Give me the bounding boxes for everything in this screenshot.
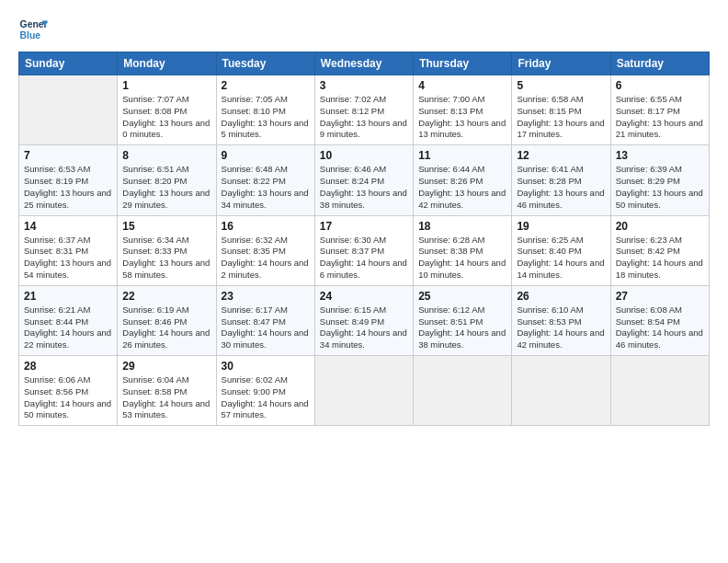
cell-details: Sunrise: 6:39 AMSunset: 8:29 PMDaylight:… [616,164,704,211]
cell-details: Sunrise: 6:23 AMSunset: 8:42 PMDaylight:… [616,235,704,282]
day-number: 13 [616,149,704,162]
day-number: 17 [320,220,408,233]
day-number: 15 [122,220,210,233]
day-number: 27 [616,290,704,303]
weekday-header-sunday: Sunday [19,52,118,75]
cell-details: Sunrise: 6:10 AMSunset: 8:53 PMDaylight:… [517,304,605,351]
day-number: 24 [320,290,408,303]
week-row-3: 14Sunrise: 6:37 AMSunset: 8:31 PMDayligh… [19,215,710,285]
cell-details: Sunrise: 7:05 AMSunset: 8:10 PMDaylight:… [222,94,310,141]
cell-details: Sunrise: 6:55 AMSunset: 8:17 PMDaylight:… [616,94,704,141]
day-number: 25 [418,290,506,303]
cell-details: Sunrise: 6:02 AMSunset: 9:00 PMDaylight:… [222,374,310,421]
calendar-cell: 3Sunrise: 7:02 AMSunset: 8:12 PMDaylight… [314,75,413,145]
cell-details: Sunrise: 6:51 AMSunset: 8:20 PMDaylight:… [122,164,210,211]
day-number: 4 [418,79,506,92]
cell-details: Sunrise: 6:21 AMSunset: 8:44 PMDaylight:… [24,304,112,351]
cell-details: Sunrise: 6:25 AMSunset: 8:40 PMDaylight:… [517,235,605,282]
calendar-cell: 4Sunrise: 7:00 AMSunset: 8:13 PMDaylight… [414,75,512,145]
cell-details: Sunrise: 6:46 AMSunset: 8:24 PMDaylight:… [320,164,408,211]
logo-icon: General Blue [18,15,48,44]
calendar-cell: 17Sunrise: 6:30 AMSunset: 8:37 PMDayligh… [314,215,413,285]
cell-details: Sunrise: 6:53 AMSunset: 8:19 PMDaylight:… [24,164,112,211]
calendar-cell: 21Sunrise: 6:21 AMSunset: 8:44 PMDayligh… [19,285,118,355]
calendar-cell: 8Sunrise: 6:51 AMSunset: 8:20 PMDaylight… [118,145,216,215]
calendar-cell: 19Sunrise: 6:25 AMSunset: 8:40 PMDayligh… [512,215,610,285]
day-number: 7 [24,149,112,162]
day-number: 29 [122,360,210,373]
day-number: 18 [418,220,506,233]
cell-details: Sunrise: 6:28 AMSunset: 8:38 PMDaylight:… [418,235,506,282]
day-number: 22 [122,290,210,303]
calendar-cell [414,356,512,426]
day-number: 20 [616,220,704,233]
calendar-cell: 22Sunrise: 6:19 AMSunset: 8:46 PMDayligh… [118,285,216,355]
day-number: 23 [222,290,310,303]
cell-details: Sunrise: 6:32 AMSunset: 8:35 PMDaylight:… [222,235,310,282]
day-number: 14 [24,220,112,233]
calendar-cell: 1Sunrise: 7:07 AMSunset: 8:08 PMDaylight… [118,75,216,145]
calendar-cell: 25Sunrise: 6:12 AMSunset: 8:51 PMDayligh… [414,285,512,355]
weekday-header-row: SundayMondayTuesdayWednesdayThursdayFrid… [19,52,710,75]
calendar-cell: 27Sunrise: 6:08 AMSunset: 8:54 PMDayligh… [610,285,709,355]
calendar-cell: 26Sunrise: 6:10 AMSunset: 8:53 PMDayligh… [512,285,610,355]
cell-details: Sunrise: 6:37 AMSunset: 8:31 PMDaylight:… [24,235,112,282]
day-number: 6 [616,79,704,92]
calendar-cell [610,356,709,426]
cell-details: Sunrise: 6:15 AMSunset: 8:49 PMDaylight:… [320,304,408,351]
cell-details: Sunrise: 7:02 AMSunset: 8:12 PMDaylight:… [320,94,408,141]
calendar-cell: 24Sunrise: 6:15 AMSunset: 8:49 PMDayligh… [314,285,413,355]
calendar-cell: 30Sunrise: 6:02 AMSunset: 9:00 PMDayligh… [216,356,314,426]
day-number: 10 [320,149,408,162]
calendar-cell: 5Sunrise: 6:58 AMSunset: 8:15 PMDaylight… [512,75,610,145]
day-number: 5 [517,79,605,92]
calendar-cell: 23Sunrise: 6:17 AMSunset: 8:47 PMDayligh… [216,285,314,355]
calendar-cell: 11Sunrise: 6:44 AMSunset: 8:26 PMDayligh… [414,145,512,215]
day-number: 3 [320,79,408,92]
calendar-cell [19,75,118,145]
day-number: 11 [418,149,506,162]
calendar-cell: 7Sunrise: 6:53 AMSunset: 8:19 PMDaylight… [19,145,118,215]
calendar-cell: 18Sunrise: 6:28 AMSunset: 8:38 PMDayligh… [414,215,512,285]
cell-details: Sunrise: 6:04 AMSunset: 8:58 PMDaylight:… [122,374,210,421]
header: General Blue [18,15,710,44]
calendar-cell: 9Sunrise: 6:48 AMSunset: 8:22 PMDaylight… [216,145,314,215]
calendar-cell: 13Sunrise: 6:39 AMSunset: 8:29 PMDayligh… [610,145,709,215]
day-number: 26 [517,290,605,303]
calendar-cell: 28Sunrise: 6:06 AMSunset: 8:56 PMDayligh… [19,356,118,426]
calendar-cell: 12Sunrise: 6:41 AMSunset: 8:28 PMDayligh… [512,145,610,215]
day-number: 21 [24,290,112,303]
day-number: 8 [122,149,210,162]
cell-details: Sunrise: 6:34 AMSunset: 8:33 PMDaylight:… [122,235,210,282]
week-row-2: 7Sunrise: 6:53 AMSunset: 8:19 PMDaylight… [19,145,710,215]
logo: General Blue [18,15,48,44]
week-row-5: 28Sunrise: 6:06 AMSunset: 8:56 PMDayligh… [19,356,710,426]
day-number: 2 [222,79,310,92]
calendar-cell: 2Sunrise: 7:05 AMSunset: 8:10 PMDaylight… [216,75,314,145]
week-row-4: 21Sunrise: 6:21 AMSunset: 8:44 PMDayligh… [19,285,710,355]
page-container: General Blue SundayMondayTuesdayWednesda… [0,0,728,435]
cell-details: Sunrise: 7:07 AMSunset: 8:08 PMDaylight:… [122,94,210,141]
calendar-cell: 10Sunrise: 6:46 AMSunset: 8:24 PMDayligh… [314,145,413,215]
cell-details: Sunrise: 6:19 AMSunset: 8:46 PMDaylight:… [122,304,210,351]
cell-details: Sunrise: 6:44 AMSunset: 8:26 PMDaylight:… [418,164,506,211]
cell-details: Sunrise: 7:00 AMSunset: 8:13 PMDaylight:… [418,94,506,141]
calendar-cell: 14Sunrise: 6:37 AMSunset: 8:31 PMDayligh… [19,215,118,285]
day-number: 30 [222,360,310,373]
svg-text:Blue: Blue [20,30,41,40]
weekday-header-friday: Friday [512,52,610,75]
cell-details: Sunrise: 6:30 AMSunset: 8:37 PMDaylight:… [320,235,408,282]
weekday-header-thursday: Thursday [414,52,512,75]
calendar-cell: 16Sunrise: 6:32 AMSunset: 8:35 PMDayligh… [216,215,314,285]
weekday-header-wednesday: Wednesday [314,52,413,75]
cell-details: Sunrise: 6:41 AMSunset: 8:28 PMDaylight:… [517,164,605,211]
day-number: 19 [517,220,605,233]
weekday-header-monday: Monday [118,52,216,75]
cell-details: Sunrise: 6:06 AMSunset: 8:56 PMDaylight:… [24,374,112,421]
day-number: 16 [222,220,310,233]
calendar-cell: 15Sunrise: 6:34 AMSunset: 8:33 PMDayligh… [118,215,216,285]
day-number: 9 [222,149,310,162]
weekday-header-saturday: Saturday [610,52,709,75]
cell-details: Sunrise: 6:48 AMSunset: 8:22 PMDaylight:… [222,164,310,211]
weekday-header-tuesday: Tuesday [216,52,314,75]
